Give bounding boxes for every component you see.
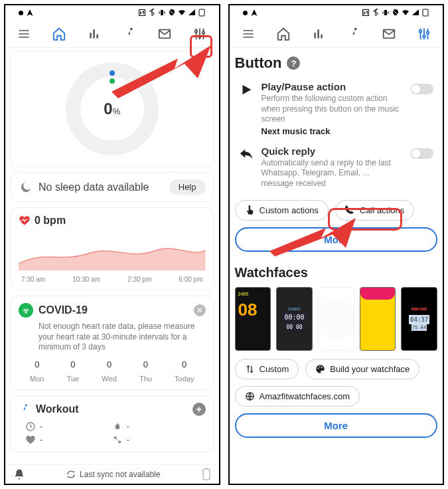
tab-bar [5,20,219,48]
covid-description: Not enough heart rate data, please measu… [38,322,206,353]
camera-dot-icon [19,11,23,15]
touch-icon [245,205,255,215]
play-toggle[interactable] [411,84,433,94]
chip-label: Call actions [360,205,404,215]
watchfaces-section-title: Watchfaces [235,265,308,280]
watchface-thumb[interactable]: 249508 [235,287,271,351]
svg-rect-23 [314,33,316,38]
wifi-icon [402,9,410,17]
chip-label: Build your watchface [330,364,410,374]
location-icon [26,9,34,17]
call-actions-chip[interactable]: Call actions [335,200,414,221]
donut-unit: % [113,106,121,116]
svg-point-33 [321,367,323,368]
watchface-thumb[interactable]: CASIO00:0000 00 [276,287,313,351]
bluetooth-icon [372,9,380,17]
settings-tab[interactable] [190,25,209,43]
help-icon[interactable]: ? [287,56,300,70]
bluetooth-icon [148,9,156,17]
left-content: 0% No sleep data available Help 0 bpm 7:… [5,48,219,464]
sync-icon [66,470,76,479]
sleep-card[interactable]: No sleep data available Help [11,173,214,201]
amazfit-chip[interactable]: Amazfitwatchfaces.com [235,386,360,407]
donut-value: 0 [104,100,112,118]
workout-card[interactable]: Workout + - - - - [11,396,214,452]
flame-icon [112,421,123,432]
battery-icon [198,9,206,17]
custom-actions-chip[interactable]: Custom actions [235,200,329,221]
distance-icon [112,435,123,445]
dnd-icon [392,9,400,17]
dismiss-button[interactable]: ✕ [194,304,206,316]
tick: 7:30 am [21,276,45,283]
bpm-title: 0 bpm [35,215,66,227]
covid-day: Wed [102,375,116,383]
watchface-thumb[interactable] [318,287,354,351]
watchfaces-more[interactable]: More [235,413,438,438]
custom-wf-chip[interactable]: Custom [235,359,299,379]
status-bar [230,5,443,20]
bell-icon[interactable] [13,468,25,480]
tick: 6:00 pm [179,276,202,283]
help-button[interactable]: Help [169,179,206,195]
covid-card[interactable]: ☣ COVID-19 ✕ Not enough heart rate data,… [11,296,214,389]
heart-icon [19,215,31,227]
quick-reply-setting[interactable]: Quick reply Automatically send a reply t… [235,143,438,197]
covid-day: Today [175,375,194,383]
dnd-icon [168,9,176,17]
reply-desc: Automatically send a reply to the last W… [261,158,404,189]
svg-rect-5 [94,29,96,38]
reply-toggle[interactable] [411,148,433,159]
home-tab[interactable] [274,25,293,43]
mail-tab[interactable] [155,25,174,43]
covid-day: Tue [67,375,80,383]
menu-button[interactable] [15,25,33,43]
covid-day: Mon [30,375,44,383]
activity-tab[interactable] [344,25,363,43]
menu-button[interactable] [239,25,258,43]
covid-val: 0 [102,359,116,369]
heart-small-icon [25,435,36,445]
svg-rect-6 [97,34,99,38]
home-tab[interactable] [50,25,68,43]
svg-point-26 [354,27,357,30]
svg-point-11 [202,31,205,34]
covid-day: Thu [139,375,152,383]
wifi-icon [178,9,186,17]
build-wf-chip[interactable]: Build your watchface [305,359,419,379]
updown-icon [245,364,255,374]
heart-rate-card[interactable]: 0 bpm 7:30 am 10:30 am 2:30 pm 6:00 pm [11,208,214,290]
vibrate-icon [158,9,166,17]
workout-val: - [127,421,129,431]
stats-tab[interactable] [309,25,328,43]
tab-bar [230,20,443,48]
svg-rect-22 [423,9,428,16]
watchface-row: 249508 CASIO00:0000 00 MIBAND04:3775.64 [235,287,438,351]
phone-left: 0% No sleep data available Help 0 bpm 7:… [4,4,220,485]
stats-tab[interactable] [85,25,104,43]
reply-title: Quick reply [261,146,404,157]
activity-tab[interactable] [120,25,139,43]
workout-val: - [127,435,129,444]
svg-point-31 [318,367,319,369]
button-more[interactable]: More [235,227,438,252]
svg-rect-3 [199,9,204,16]
watchface-thumb[interactable] [360,287,396,351]
play-title: Play/Pause action [261,81,404,92]
mail-tab[interactable] [380,25,398,43]
settings-tab[interactable] [415,25,433,43]
chip-label: Amazfitwatchfaces.com [260,391,350,401]
watchface-thumb[interactable]: MIBAND04:3775.64 [401,287,437,351]
camera-dot-icon [243,11,248,15]
play-pause-setting[interactable]: Play/Pause action Perform the following … [235,78,438,143]
covid-val: 0 [67,359,80,369]
chip-label: Custom [260,364,289,374]
add-workout-button[interactable]: + [192,403,206,416]
covid-val: 0 [30,359,44,369]
steps-donut-card[interactable]: 0% [11,52,214,166]
clock-icon [25,421,36,432]
bottom-bar: Last sync not available [5,464,219,484]
location-icon [250,9,258,17]
covid-val: 0 [175,359,194,369]
watch-battery-icon [202,468,211,481]
